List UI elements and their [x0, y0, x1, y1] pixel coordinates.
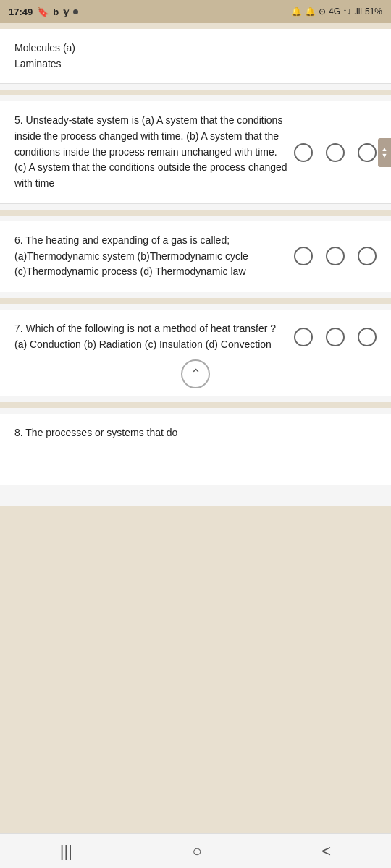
dot-icon: [73, 9, 78, 14]
question-7-radio-row: [294, 328, 377, 346]
up-arrow-icon: ⌃: [190, 366, 201, 382]
question-8-text: 8. The processes or systems that do: [14, 425, 377, 441]
notification-icon: 🔔: [305, 7, 316, 17]
question-5-card: 5. Unsteady-state system is (a) A system…: [0, 101, 391, 203]
time: 17:49: [9, 7, 33, 17]
question-6-options: [288, 233, 377, 280]
question-5-radio-row: [294, 143, 377, 162]
status-bar: 17:49 🔖 b 𝕪 🔔 🔔 ⊙ 4G ↑↓ .lll 51%: [0, 0, 391, 23]
question-5-options: [288, 113, 377, 191]
question-6-card: 6. The heating and expanding of a gas is…: [0, 221, 391, 292]
scroll-indicator: ▲▼: [378, 138, 391, 167]
question-6-text: 6. The heating and expanding of a gas is…: [14, 233, 288, 280]
question-6-row: 6. The heating and expanding of a gas is…: [14, 233, 377, 280]
separator-2: [0, 210, 391, 216]
question-7-text: 7. Which of the following is not a metho…: [14, 321, 288, 352]
separator-3: [0, 298, 391, 304]
question-5-text: 5. Unsteady-state system is (a) A system…: [14, 113, 288, 191]
battery: 51%: [365, 7, 382, 17]
question-6-radio-row: [294, 247, 377, 265]
nav-home-button[interactable]: ○: [178, 836, 216, 867]
up-arrow-button[interactable]: ⌃: [181, 359, 210, 388]
question-6-option-c[interactable]: [358, 247, 377, 265]
nav-menu-button[interactable]: |||: [46, 836, 87, 867]
status-right: 🔔 🔔 ⊙ 4G ↑↓ .lll 51%: [291, 7, 382, 17]
menu-lines-icon: |||: [60, 842, 72, 860]
nav-back-button[interactable]: <: [307, 836, 345, 867]
scroll-arrows: ▲▼: [382, 146, 388, 159]
question-7-row: 7. Which of the following is not a metho…: [14, 321, 377, 352]
separator-1: [0, 90, 391, 95]
b-icon: b: [53, 7, 59, 17]
home-circle-icon: ○: [193, 842, 202, 860]
y-icon: 𝕪: [63, 7, 69, 17]
question-5-option-c[interactable]: [358, 143, 377, 162]
bottom-nav: ||| ○ <: [0, 833, 391, 868]
question-5-option-a[interactable]: [294, 143, 313, 162]
top-partial-text: Molecules (a)Laminates: [14, 41, 377, 72]
top-partial-card: Molecules (a)Laminates: [0, 29, 391, 84]
question-7-option-a[interactable]: [294, 328, 313, 346]
separator-4: [0, 402, 391, 408]
question-7-option-c[interactable]: [358, 328, 377, 346]
question-6-option-a[interactable]: [294, 247, 313, 265]
back-arrow-icon: <: [321, 842, 331, 860]
bell-icon: 🔔: [291, 7, 302, 17]
main-content: Molecules (a)Laminates 5. Unsteady-state…: [0, 29, 391, 506]
bookmark-icon: 🔖: [37, 7, 49, 17]
question-7-option-b[interactable]: [326, 328, 345, 346]
question-5-row: 5. Unsteady-state system is (a) A system…: [14, 113, 377, 191]
status-left: 17:49 🔖 b 𝕪: [9, 7, 78, 17]
question-8-card: 8. The processes or systems that do: [0, 414, 391, 485]
signal-strength: 4G ↑↓ .lll: [329, 7, 362, 17]
question-6-option-b[interactable]: [326, 247, 345, 265]
question-5-option-b[interactable]: [326, 143, 345, 162]
question-7-card: 7. Which of the following is not a metho…: [0, 310, 391, 396]
gps-icon: ⊙: [319, 7, 326, 17]
question-7-options: [288, 321, 377, 352]
